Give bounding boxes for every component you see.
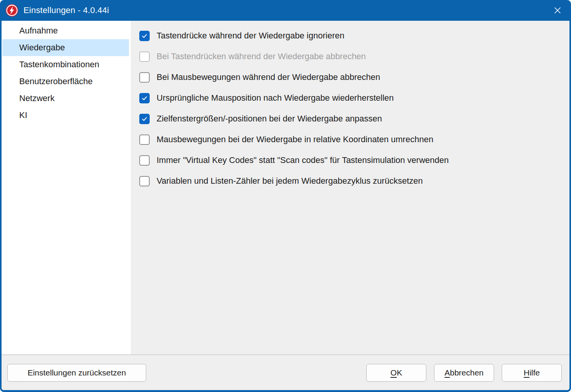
checkbox[interactable] [139, 155, 150, 166]
sidebar-item-tastenkombinationen[interactable]: Tastenkombinationen [2, 56, 129, 73]
checkbox-row: Bei Tastendrücken während der Wiedergabe… [139, 46, 569, 67]
checkbox[interactable] [139, 135, 150, 145]
sidebar-item-netzwerk[interactable]: Netzwerk [2, 90, 129, 107]
sidebar-item-wiedergabe[interactable]: Wiedergabe [2, 39, 129, 56]
sidebar-item-label: Wiedergabe [19, 43, 65, 53]
sidebar-item-benutzeroberflaeche[interactable]: Benutzeroberfläche [2, 73, 129, 90]
reset-settings-label: Einstellungen zurücksetzen [28, 368, 126, 377]
checkmark-icon [141, 33, 148, 39]
wiedergabe-settings-panel: Tastendrücke während der Wiedergabe igno… [131, 21, 569, 354]
checkbox-label[interactable]: Tastendrücke während der Wiedergabe igno… [157, 31, 344, 41]
body: Aufnahme Wiedergabe Tastenkombinationen … [2, 21, 569, 354]
checkbox[interactable] [139, 51, 150, 62]
checkbox[interactable] [139, 114, 150, 124]
sidebar-item-label: Aufnahme [19, 26, 58, 36]
checkbox-row: Mausbewegungen bei der Wiedergabe in rel… [139, 129, 569, 150]
checkbox[interactable] [139, 31, 150, 41]
help-button[interactable]: Hilfe [502, 364, 562, 382]
app-lightning-icon [5, 4, 18, 17]
ok-mnemonic: O [391, 368, 397, 377]
dialog-buttons: OK Abbrechen Hilfe [366, 364, 562, 382]
checkbox-row: Ursprüngliche Mausposition nach Wiederga… [139, 88, 569, 108]
checkbox-label[interactable]: Variablen und Listen-Zähler bei jedem Wi… [157, 176, 423, 186]
window-content: Aufnahme Wiedergabe Tastenkombinationen … [2, 21, 569, 390]
checkbox-label[interactable]: Mausbewegungen bei der Wiedergabe in rel… [157, 135, 433, 145]
cancel-label-rest: bbrechen [450, 368, 484, 377]
checkmark-icon [141, 95, 148, 101]
checkmark-icon [141, 116, 148, 122]
cancel-button[interactable]: Abbrechen [434, 364, 494, 382]
ok-button[interactable]: OK [366, 364, 426, 382]
checkbox-label[interactable]: Bei Mausbewegungen während der Wiedergab… [157, 72, 380, 82]
footer-bar: Einstellungen zurücksetzen OK Abbrechen … [2, 354, 569, 390]
ok-label-rest: K [397, 368, 402, 377]
checkbox-label[interactable]: Ursprüngliche Mausposition nach Wiederga… [157, 93, 394, 103]
checkbox-row: Immer "Virtual Key Codes" statt "Scan co… [139, 150, 569, 171]
checkbox-row: Bei Mausbewegungen während der Wiedergab… [139, 67, 569, 88]
help-mnemonic: H [524, 368, 529, 377]
checkbox-label[interactable]: Zielfenstergrößen/-positionen bei der Wi… [157, 114, 382, 124]
sidebar-item-label: Benutzeroberfläche [19, 76, 93, 86]
sidebar-item-aufnahme[interactable]: Aufnahme [2, 22, 129, 39]
checkbox-row: Zielfenstergrößen/-positionen bei der Wi… [139, 108, 569, 129]
settings-window: Einstellungen - 4.0.44i Aufnahme Wiederg… [0, 0, 571, 392]
help-label-rest: ilfe [529, 368, 540, 377]
checkbox-label: Bei Tastendrücken während der Wiedergabe… [157, 51, 366, 61]
sidebar-item-label: Netzwerk [19, 93, 55, 103]
sidebar-item-label: Tastenkombinationen [19, 60, 99, 70]
checkbox-label[interactable]: Immer "Virtual Key Codes" statt "Scan co… [157, 155, 449, 165]
checkbox-row: Variablen und Listen-Zähler bei jedem Wi… [139, 171, 569, 191]
titlebar: Einstellungen - 4.0.44i [2, 0, 569, 21]
checkbox[interactable] [139, 93, 150, 103]
reset-settings-button[interactable]: Einstellungen zurücksetzen [7, 364, 146, 382]
checkbox[interactable] [139, 72, 150, 83]
cancel-mnemonic: A [444, 368, 450, 377]
window-title: Einstellungen - 4.0.44i [23, 5, 109, 15]
close-icon [553, 5, 563, 15]
checkbox[interactable] [139, 176, 150, 186]
sidebar-item-ki[interactable]: KI [2, 107, 129, 124]
close-button[interactable] [546, 0, 569, 21]
sidebar-item-label: KI [19, 110, 27, 120]
checkbox-row: Tastendrücke während der Wiedergabe igno… [139, 25, 569, 46]
sidebar: Aufnahme Wiedergabe Tastenkombinationen … [2, 21, 131, 354]
